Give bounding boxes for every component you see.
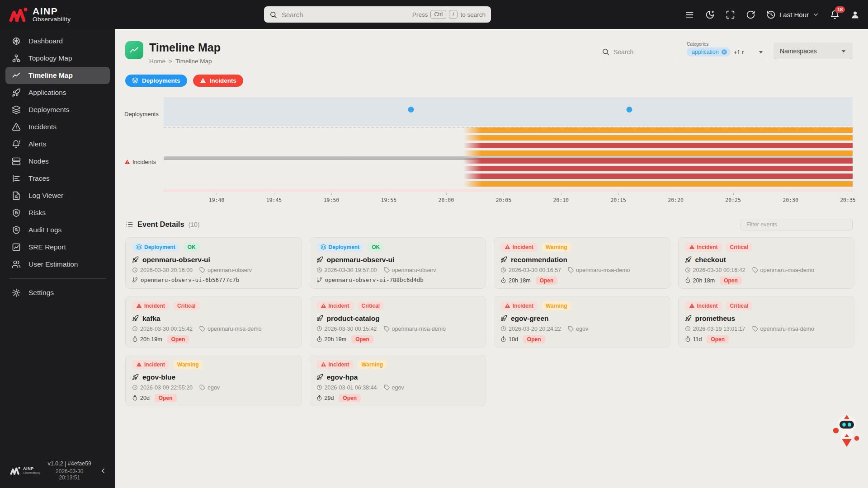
sidebar-item-settings[interactable]: Settings <box>5 284 110 301</box>
sidebar-item-label: Timeline Map <box>28 71 73 80</box>
timeline-icon <box>129 45 139 55</box>
user-profile-button[interactable] <box>850 10 860 19</box>
incident-bar-warning[interactable] <box>463 181 853 187</box>
category-chip-application[interactable]: application <box>687 47 731 56</box>
severity-badge: Warning <box>173 360 203 369</box>
event-name: prometheus <box>695 314 736 323</box>
event-card[interactable]: Incident Warning egov-hpa 2026-03-01 06:… <box>310 355 486 406</box>
sidebar-item-log-viewer[interactable]: Log Viewer <box>5 187 110 204</box>
severity-badge: OK <box>184 243 200 252</box>
sidebar-item-nodes[interactable]: Nodes <box>5 153 110 170</box>
warning-icon <box>136 303 142 309</box>
event-card[interactable]: Incident Critical checkout 2026-03-30 00… <box>678 237 855 289</box>
incident-bar-critical[interactable] <box>463 158 853 164</box>
tag-icon <box>199 385 205 390</box>
categories-more: +1 r <box>734 49 746 56</box>
incident-bar-warning[interactable] <box>463 150 853 156</box>
sidebar-item-timeline-map[interactable]: Timeline Map <box>5 67 110 84</box>
menu-button[interactable] <box>685 10 694 19</box>
event-card[interactable]: Incident Warning recommendation 2026-03-… <box>494 237 670 289</box>
sidebar-item-deployments[interactable]: Deployments <box>5 101 110 118</box>
brand-logo-icon <box>9 7 28 22</box>
breadcrumb-home[interactable]: Home <box>149 58 165 65</box>
event-timestamp: 2026-03-30 19:57:00 <box>316 267 377 273</box>
status-badge: Open <box>707 335 729 343</box>
event-card[interactable]: Incident Critical kafka 2026-03-30 00:15… <box>125 296 302 347</box>
incident-bar-critical[interactable] <box>463 166 853 171</box>
notifications-button[interactable]: 18 <box>830 10 840 19</box>
close-icon[interactable] <box>721 49 727 55</box>
page-search-input[interactable] <box>613 48 678 56</box>
app-logo[interactable]: AINP Observability <box>0 6 115 23</box>
deployment-dot[interactable] <box>408 107 414 113</box>
event-timestamp: 2026-03-19 13:01:17 <box>685 326 745 332</box>
build-timestamp: 2026-03-30 20:13:51 <box>45 468 94 481</box>
event-duration: 10d <box>500 336 518 343</box>
person-icon <box>850 10 860 19</box>
incident-bar-warning[interactable] <box>463 135 853 141</box>
page-search[interactable] <box>601 45 679 59</box>
event-timestamp: 2026-03-01 06:38:44 <box>316 385 377 391</box>
sidebar-item-risks[interactable]: Risks <box>5 204 110 221</box>
rocket-icon <box>685 315 692 322</box>
app-header: AINP Observability Press Ctrl / to searc… <box>0 0 868 29</box>
sidebar-collapse-button[interactable] <box>99 467 107 475</box>
event-type-badge: Incident <box>316 301 354 310</box>
legend-deployments[interactable]: Deployments <box>125 75 187 87</box>
deployment-dot[interactable] <box>627 107 632 113</box>
refresh-button[interactable] <box>746 10 755 19</box>
sidebar-item-incidents[interactable]: Incidents <box>5 118 110 136</box>
footer-brand-title: AINP <box>23 467 40 471</box>
sidebar-item-topology-map[interactable]: Topology Map <box>5 50 110 67</box>
namespaces-select[interactable]: Namespaces <box>774 42 853 59</box>
sidebar-item-dashboard[interactable]: Dashboard <box>5 33 110 50</box>
severity-badge: Critical <box>358 301 384 310</box>
event-card[interactable]: Deployment OK openmaru-observ-ui 2026-03… <box>310 237 486 289</box>
event-card[interactable]: Incident Warning egov-blue 2026-03-09 22… <box>125 355 302 406</box>
sidebar-item-label: Audit Logs <box>28 226 61 234</box>
moon-icon <box>705 10 715 19</box>
event-card[interactable]: Incident Warning egov-green 2026-03-20 2… <box>494 296 670 347</box>
time-range-selector[interactable]: Last Hour <box>766 10 819 19</box>
warning-icon <box>136 361 142 367</box>
sidebar-item-applications[interactable]: Applications <box>5 84 110 101</box>
stopwatch-icon <box>685 277 691 283</box>
sidebar-item-traces[interactable]: Traces <box>5 170 110 187</box>
sidebar-item-alerts[interactable]: Alerts <box>5 136 110 153</box>
sidebar-item-audit-logs[interactable]: Audit Logs <box>5 221 110 239</box>
axis-tick <box>676 193 676 195</box>
legend-incidents[interactable]: Incidents <box>193 75 243 87</box>
events-title: Event Details <box>137 220 184 229</box>
dark-mode-toggle[interactable] <box>705 10 715 19</box>
sidebar-item-user-estimation[interactable]: User Estimation <box>5 256 110 273</box>
timeline-icon <box>12 71 21 80</box>
incident-bar-critical[interactable] <box>463 174 853 179</box>
severity-badge: OK <box>368 243 384 252</box>
fullscreen-button[interactable] <box>726 10 735 19</box>
event-duration: 20h 19m <box>132 336 162 343</box>
incident-bar-warning[interactable] <box>463 127 853 133</box>
event-timestamp: 2026-03-30 00:16:42 <box>685 267 745 273</box>
dashboard-icon <box>12 37 21 46</box>
search-shortcut-hint: Press Ctrl / to search <box>412 10 486 19</box>
assistant-mascot[interactable] <box>831 412 862 447</box>
event-card[interactable]: Incident Critical product-catalog 2026-0… <box>310 296 486 347</box>
global-search-input[interactable] <box>282 11 408 19</box>
axis-tick <box>561 193 561 195</box>
event-name: openmaru-observ-ui <box>327 256 395 264</box>
clock-icon <box>685 326 691 332</box>
breadcrumb: Home > Timeline Map <box>149 58 221 65</box>
stopwatch-icon <box>316 336 322 342</box>
filter-events-input[interactable] <box>741 219 853 230</box>
event-type-badge: Incident <box>685 301 722 310</box>
event-card[interactable]: Deployment OK openmaru-observ-ui 2026-03… <box>125 237 302 289</box>
event-card[interactable]: Incident Critical prometheus 2026-03-19 … <box>678 296 855 347</box>
sidebar-item-label: Log Viewer <box>28 192 63 200</box>
sidebar-item-sre-report[interactable]: SRE Report <box>5 239 110 256</box>
categories-filter[interactable]: Categories application +1 r <box>686 42 766 59</box>
global-search[interactable]: Press Ctrl / to search <box>264 6 491 23</box>
sidebar-divider <box>9 278 106 279</box>
dropdown-arrow-icon[interactable] <box>756 47 765 56</box>
incident-bar-critical[interactable] <box>463 143 853 148</box>
layers-icon <box>136 244 142 250</box>
